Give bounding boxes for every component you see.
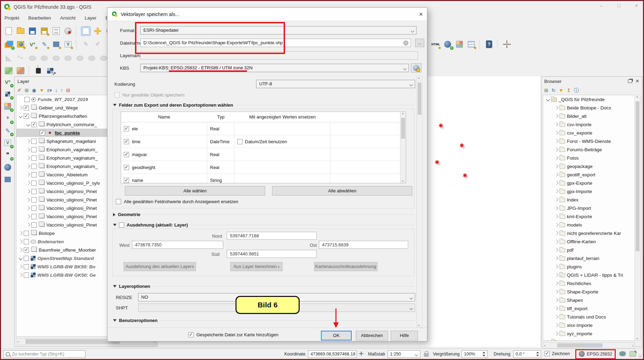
expand-arrow-icon[interactable] — [554, 181, 558, 185]
current-layer-extent-button[interactable]: Ausdehnung des aktuellen Layers — [123, 262, 196, 271]
expand-arrow-icon[interactable] — [554, 273, 558, 277]
expand-arrow-icon[interactable] — [26, 214, 30, 218]
expand-arrow-icon[interactable] — [18, 273, 22, 277]
browser-tree-item[interactable]: _QGIS für Pilzfreunde — [543, 95, 635, 104]
style-manager-icon[interactable] — [63, 26, 73, 36]
coordinate-input[interactable]: 473669.08,5397466.18 — [308, 350, 357, 358]
collapse-all-icon[interactable]: ↥ — [567, 87, 571, 93]
current-edits-icon[interactable]: ✐ — [93, 39, 103, 49]
encoding-select[interactable]: UTF-8 — [256, 80, 415, 88]
browser-tree-item[interactable]: plugins — [543, 262, 635, 271]
browser-tree-item[interactable]: tiff_export — [543, 304, 635, 313]
layer-visibility-checkbox[interactable] — [31, 181, 37, 186]
expand-arrow-icon[interactable] — [18, 114, 22, 118]
layer-visibility-checkbox[interactable] — [31, 155, 37, 161]
browser-tree-item[interactable]: kml-Exporte — [543, 212, 635, 221]
browser-tree-item[interactable]: Shape-Exporte — [543, 288, 635, 296]
south-input[interactable]: 5397440.9851 — [227, 250, 317, 258]
close-button[interactable]: × — [635, 2, 638, 8]
browser-tree-item[interactable]: geopackage — [543, 162, 635, 170]
expand-arrow-icon[interactable] — [26, 181, 30, 185]
browser-tree-item[interactable]: geotiff_export — [543, 170, 635, 179]
raster-select-icon[interactable] — [45, 66, 55, 76]
deselect-all-button[interactable]: Alle abwählen — [272, 186, 412, 196]
expand-arrow-icon[interactable] — [26, 173, 30, 176]
expand-arrow-icon[interactable] — [18, 265, 22, 268]
expand-arrow-icon[interactable] — [26, 139, 30, 143]
save-project-icon[interactable] — [28, 26, 37, 36]
field-table-row[interactable]: timeDateTimeDatum/Zeit benutzen — [121, 135, 406, 148]
spinner-icon[interactable] — [481, 351, 486, 357]
filter-browser-icon[interactable]: ▼ — [559, 87, 563, 93]
expand-arrow-icon[interactable] — [554, 156, 558, 160]
browser-tree-item[interactable]: csv_exporte — [543, 129, 635, 137]
extent-section-header[interactable]: Ausdehnung (aktuell: Layer) — [113, 222, 414, 228]
browser-tree-item[interactable]: pdf — [543, 246, 635, 254]
close-panel-icon[interactable]: × — [636, 78, 639, 85]
expand-arrow-icon[interactable] — [26, 198, 30, 201]
field-export-checkbox[interactable] — [124, 178, 129, 183]
expand-arrow-icon[interactable] — [554, 298, 558, 302]
search-input[interactable]: Zu suchender Typ (Strg+K) — [3, 350, 85, 358]
layer-visibility-checkbox[interactable] — [31, 139, 37, 144]
select-crs-button[interactable] — [411, 63, 421, 72]
attribute-grid-icon[interactable] — [455, 39, 464, 49]
magnifier-input[interactable]: 100% — [462, 350, 487, 358]
east-input[interactable]: 473715.6839 — [319, 241, 408, 249]
browser-tree-item[interactable]: adobeTemp — [543, 338, 635, 341]
messages-icon[interactable] — [619, 351, 626, 356]
field-export-checkbox[interactable] — [124, 139, 129, 144]
help-icon[interactable]: ? — [484, 39, 494, 49]
browser-tree-item[interactable]: Fotos — [543, 154, 635, 162]
lock-scale-icon[interactable] — [424, 353, 429, 357]
field-export-checkbox[interactable] — [124, 152, 129, 157]
layer-visibility-checkbox[interactable] — [31, 147, 37, 152]
expand-arrow-icon[interactable] — [18, 256, 22, 260]
add-saved-file-checkbox[interactable]: Gespeicherte Datei zur Karte hinzufügen — [188, 332, 278, 337]
user-options-section-header[interactable]: Benutzeroptionen — [113, 318, 414, 323]
browser-tree-item[interactable]: csv-Importe — [543, 120, 635, 129]
expand-arrow-icon[interactable] — [18, 106, 22, 109]
spinner-icon[interactable] — [535, 351, 540, 357]
browser-tree-item[interactable]: models — [543, 221, 635, 229]
float-panel-icon[interactable] — [628, 79, 632, 83]
browser-hscrollbar[interactable]: ‹ › — [543, 342, 635, 348]
browser-tree-item[interactable]: Index — [543, 196, 635, 204]
browser-vscrollbar[interactable]: ⌃ ⌄ — [635, 95, 641, 341]
column-header-option[interactable]: Mit angezeigten Werten ersetzen — [234, 114, 330, 120]
open-attribute-table-icon[interactable]: ★ — [466, 39, 476, 49]
vertex-tool-icon[interactable]: °∘ — [16, 53, 25, 63]
expand-arrow-icon[interactable] — [554, 206, 558, 210]
layer-visibility-checkbox[interactable] — [24, 247, 29, 253]
expand-arrow-icon[interactable] — [554, 290, 558, 293]
layer-visibility-checkbox[interactable] — [24, 114, 29, 119]
table-vscrollbar[interactable]: ⌃ ⌄ — [400, 112, 406, 183]
layer-visibility-checkbox[interactable] — [40, 130, 45, 136]
menu-item[interactable]: Layer — [85, 15, 97, 21]
west-input[interactable]: 473679.7350 — [132, 241, 223, 249]
data-source-manager-icon[interactable]: + — [4, 39, 14, 49]
layer-visibility-checkbox[interactable] — [31, 122, 37, 127]
add-spatialite-layer-icon[interactable]: ❞+ — [3, 150, 13, 160]
option-checkbox[interactable] — [237, 139, 242, 144]
help-button[interactable]: Hilfe — [391, 331, 418, 340]
add-xyz-layer-icon[interactable] — [3, 175, 13, 184]
browse-button[interactable]: ... — [415, 39, 424, 47]
menu-item[interactable]: Ansicht — [60, 15, 75, 21]
add-delimited-text-layer-icon[interactable]: ✎★ — [39, 39, 49, 49]
expand-arrow-icon[interactable] — [554, 139, 558, 143]
expand-all-icon[interactable]: ↓ — [55, 87, 58, 93]
expand-arrow-icon[interactable] — [554, 223, 558, 227]
expand-arrow-icon[interactable] — [26, 223, 30, 227]
add-mesh-layer-icon[interactable]: ★ — [51, 39, 61, 49]
cancel-button[interactable]: Abbrechen — [356, 331, 388, 340]
browser-tree-item[interactable]: xyz_importe — [543, 329, 635, 338]
expand-arrow-icon[interactable] — [554, 164, 558, 168]
expand-arrow-icon[interactable] — [554, 214, 558, 218]
layer-visibility-checkbox[interactable] — [24, 264, 29, 269]
expand-arrow-icon[interactable] — [554, 323, 558, 327]
expand-arrow-icon[interactable] — [26, 147, 30, 151]
north-input[interactable]: 5397467.7168 — [227, 232, 317, 240]
layer-visibility-checkbox[interactable] — [31, 164, 37, 169]
fields-section-header[interactable]: Felder zum Export und deren Exportoption… — [113, 102, 414, 108]
